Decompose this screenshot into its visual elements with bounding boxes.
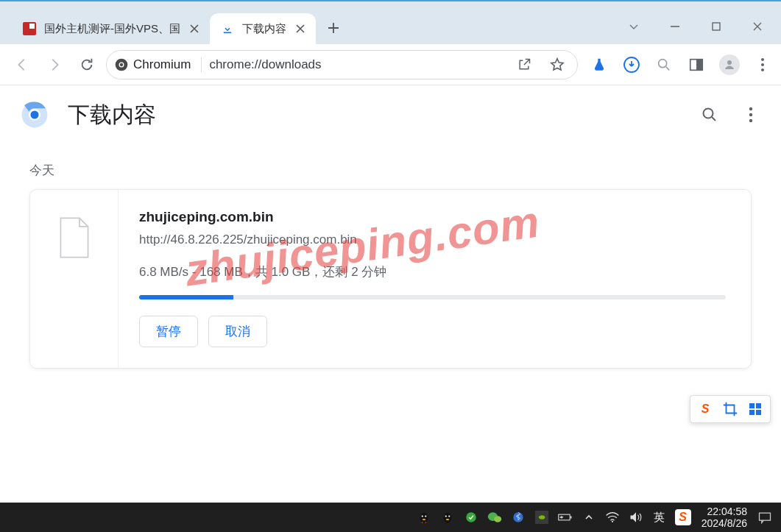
svg-point-10 — [761, 63, 764, 66]
chevron-down-icon[interactable] — [626, 19, 641, 34]
download-url: http://46.8.226.225/zhujiceping.com.bin — [139, 233, 726, 247]
bluetooth-icon[interactable] — [511, 510, 526, 525]
svg-rect-40 — [760, 513, 771, 520]
clock[interactable]: 22:04:58 2024/8/26 — [702, 506, 747, 529]
search-icon[interactable] — [654, 55, 674, 74]
close-tab-icon[interactable] — [294, 22, 307, 35]
svg-point-17 — [749, 107, 752, 110]
page-title: 下载内容 — [68, 100, 700, 130]
svg-point-8 — [727, 60, 732, 65]
svg-point-28 — [443, 513, 451, 523]
svg-point-18 — [749, 113, 752, 116]
search-downloads-icon[interactable] — [700, 105, 719, 124]
download-favicon-icon — [220, 21, 235, 36]
svg-point-25 — [421, 515, 423, 517]
nvidia-icon[interactable] — [534, 510, 549, 525]
svg-point-34 — [494, 516, 501, 522]
clock-time: 22:04:58 — [702, 506, 747, 517]
sogou-tray-icon[interactable]: S — [675, 509, 691, 525]
tab-active[interactable]: 下载内容 — [210, 13, 316, 44]
chevron-up-tray-icon[interactable] — [582, 510, 596, 525]
svg-point-32 — [466, 512, 476, 522]
pause-button[interactable]: 暂停 — [139, 316, 198, 347]
svg-point-27 — [422, 519, 425, 520]
download-indicator-icon[interactable] — [622, 55, 641, 74]
close-window-icon[interactable] — [750, 19, 765, 34]
share-icon[interactable] — [517, 57, 531, 72]
profile-avatar-icon[interactable] — [719, 54, 740, 75]
progress-track — [139, 295, 726, 299]
svg-point-24 — [420, 513, 428, 523]
wechat-icon[interactable] — [487, 510, 502, 525]
title-bar: 国外主机测评-国外VPS、国 下载内容 — [0, 0, 781, 44]
svg-point-16 — [704, 109, 713, 118]
kebab-menu-icon[interactable] — [753, 55, 772, 74]
download-card: zhujiceping.com.bin http://46.8.226.225/… — [29, 189, 752, 369]
svg-point-19 — [749, 119, 752, 122]
svg-rect-20 — [749, 403, 755, 408]
svg-rect-7 — [696, 59, 702, 70]
page-header: 下载内容 — [0, 85, 781, 144]
maximize-icon[interactable] — [709, 19, 724, 34]
back-icon[interactable] — [9, 52, 35, 78]
svg-point-26 — [425, 515, 426, 517]
qq-icon[interactable] — [417, 510, 431, 525]
svg-point-9 — [761, 58, 764, 61]
system-tray: 英 S 22:04:58 2024/8/26 — [417, 506, 781, 529]
taskbar: 英 S 22:04:58 2024/8/26 — [0, 503, 781, 532]
svg-rect-23 — [756, 410, 761, 415]
chromium-chip: Chromium — [114, 57, 202, 72]
tab-strip: 国外主机测评-国外VPS、国 下载内容 — [0, 1, 626, 44]
svg-point-31 — [445, 519, 449, 520]
new-tab-button[interactable] — [320, 15, 347, 41]
battery-icon[interactable] — [558, 510, 573, 525]
svg-point-11 — [761, 68, 764, 71]
cancel-button[interactable]: 取消 — [208, 316, 267, 347]
tab-inactive[interactable]: 国外主机测评-国外VPS、国 — [12, 13, 210, 44]
file-icon — [57, 216, 92, 259]
file-thumb — [30, 190, 119, 368]
chromium-logo-icon — [114, 57, 129, 72]
chip-label: Chromium — [133, 57, 191, 72]
screenshot-toolbar[interactable]: S — [690, 395, 771, 423]
svg-point-39 — [612, 521, 613, 522]
clock-date: 2024/8/26 — [702, 517, 747, 529]
forward-icon[interactable] — [41, 52, 68, 78]
flask-icon[interactable] — [590, 55, 609, 74]
volume-icon[interactable] — [629, 510, 643, 525]
svg-rect-0 — [713, 23, 720, 30]
notifications-icon[interactable] — [757, 511, 772, 524]
panel-icon[interactable] — [687, 55, 706, 74]
tray-apps — [417, 510, 643, 525]
close-tab-icon[interactable] — [188, 22, 201, 35]
qq-icon[interactable] — [440, 510, 455, 525]
ime-indicator[interactable]: 英 — [654, 511, 665, 525]
more-options-icon[interactable] — [741, 105, 760, 124]
address-bar[interactable]: Chromium chrome://downloads — [106, 50, 578, 79]
download-actions: 暂停 取消 — [139, 316, 726, 347]
progress-bar — [139, 295, 233, 299]
check-circle-icon[interactable] — [464, 510, 478, 525]
wifi-icon[interactable] — [605, 510, 620, 525]
url-text: chrome://downloads — [209, 57, 321, 72]
svg-point-30 — [448, 515, 450, 517]
svg-point-5 — [659, 59, 667, 67]
grid-icon[interactable] — [746, 400, 764, 418]
crop-icon[interactable] — [721, 400, 739, 418]
svg-point-3 — [120, 63, 123, 65]
window-controls — [626, 19, 781, 44]
tab-title: 下载内容 — [242, 22, 286, 36]
svg-rect-38 — [570, 516, 572, 518]
favicon-site-icon — [22, 21, 37, 36]
toolbar: Chromium chrome://downloads — [0, 44, 781, 85]
minimize-icon[interactable] — [668, 19, 682, 34]
chromium-page-icon — [21, 101, 49, 129]
download-status: 6.8 MB/s - 168 MB，共 1.0 GB，还剩 2 分钟 — [139, 263, 726, 280]
reload-icon[interactable] — [74, 52, 100, 78]
bookmark-star-icon[interactable] — [549, 57, 565, 73]
svg-point-29 — [445, 515, 446, 517]
svg-point-15 — [30, 110, 38, 118]
sogou-icon[interactable]: S — [696, 400, 714, 418]
download-filename: zhujiceping.com.bin — [139, 209, 726, 225]
tab-title: 国外主机测评-国外VPS、国 — [44, 22, 180, 36]
